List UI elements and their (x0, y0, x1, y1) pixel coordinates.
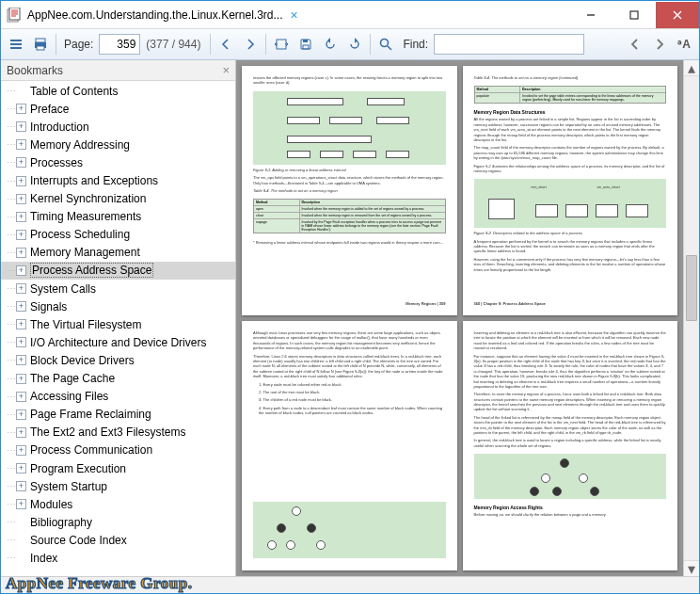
sidebar-item-label: The Ext2 and Ext3 Filesystems (30, 425, 185, 439)
expand-icon[interactable]: + (16, 427, 26, 438)
page-thumbnail[interactable]: Table 9-4. The methods to act on a memor… (463, 66, 678, 315)
vertical-scrollbar[interactable]: ▴ ▾ (683, 60, 699, 576)
sidebar-item[interactable]: ⋯+Processes (1, 153, 235, 171)
scroll-up-button[interactable]: ▴ (684, 60, 699, 76)
sidebar-item[interactable]: ⋯+The Virtual Filesystem (1, 315, 235, 333)
expand-icon[interactable]: + (16, 212, 26, 222)
sidebar-item-label: Bibliography (30, 516, 92, 529)
expand-icon[interactable]: + (16, 139, 26, 150)
sidebar-item-label: Preface (30, 103, 69, 116)
sidebar-item-label: Source Code Index (30, 534, 127, 547)
expand-icon[interactable]: + (16, 355, 26, 365)
sidebar-item[interactable]: ⋯+Modules (1, 495, 235, 513)
expand-icon[interactable]: + (16, 319, 26, 329)
sidebar-item[interactable]: ⋯+Memory Management (1, 244, 235, 262)
sidebar-item-label: Timing Measurements (30, 210, 141, 223)
sidebar-item[interactable]: ⋯+Memory Addressing (1, 136, 235, 153)
expand-icon[interactable]: + (16, 176, 26, 186)
tab-close-button[interactable]: × (287, 8, 302, 23)
print-button[interactable] (29, 33, 52, 56)
sidebar-item[interactable]: ⋯+Introduction (1, 118, 235, 136)
page-thumbnail[interactable]: Although most Linux processes use very f… (242, 321, 457, 570)
sidebar-item[interactable]: ⋯+Program Execution (1, 459, 235, 477)
sidebar-item-label: I/O Architecture and Device Drivers (30, 336, 206, 349)
expand-icon (16, 517, 26, 527)
sidebar-item-label: Interrupts and Exceptions (30, 174, 158, 187)
find-button[interactable] (374, 33, 397, 56)
fit-width-button[interactable] (270, 33, 293, 56)
expand-icon[interactable]: + (16, 337, 26, 347)
maximize-button[interactable] (612, 2, 656, 28)
sidebar-item[interactable]: ⋯+Process Address Space (1, 262, 235, 280)
expand-icon[interactable]: + (16, 194, 26, 204)
expand-icon[interactable]: + (16, 248, 26, 258)
scroll-down-button[interactable]: ▾ (684, 560, 699, 576)
next-page-button[interactable] (239, 33, 262, 56)
rotate-right-button[interactable] (343, 33, 366, 56)
toolbar: Page: (377 / 944) Find: ᵃA (1, 29, 699, 60)
prev-page-button[interactable] (215, 33, 237, 56)
sidebar-item[interactable]: ⋯+Block Device Drivers (1, 351, 235, 369)
minimize-button[interactable] (569, 2, 612, 28)
svg-rect-2 (630, 11, 638, 19)
close-button[interactable] (656, 2, 699, 28)
menu-button[interactable] (5, 33, 27, 56)
statusbar (1, 576, 699, 593)
sidebar-item[interactable]: ⋯+Preface (1, 100, 235, 118)
sidebar-item[interactable]: ⋯+I/O Architecture and Device Drivers (1, 333, 235, 351)
sidebar-item[interactable]: ⋯+Kernel Synchronization (1, 190, 235, 208)
expand-icon[interactable]: + (16, 121, 26, 132)
expand-icon[interactable]: + (16, 481, 26, 491)
sidebar-item[interactable]: ⋯Index (1, 549, 235, 567)
sidebar-item[interactable]: ⋯+The Ext2 and Ext3 Filesystems (1, 424, 235, 441)
scroll-track[interactable] (684, 76, 699, 560)
window-title: AppNee.com.Understanding.the.Linux.Kerne… (27, 8, 283, 22)
expand-icon[interactable]: + (16, 283, 26, 294)
sidebar-item[interactable]: ⋯Table of Contents (1, 82, 235, 100)
sidebar-item[interactable]: ⋯Source Code Index (1, 531, 235, 549)
expand-icon[interactable]: + (16, 392, 26, 402)
expand-icon[interactable]: + (16, 463, 26, 474)
sidebar-item-label: Index (30, 552, 57, 565)
titlebar: AppNee.com.Understanding.the.Linux.Kerne… (1, 1, 699, 29)
rotate-left-button[interactable] (319, 33, 342, 56)
sidebar-item-label: Process Address Space (30, 263, 153, 278)
page-viewer[interactable]: resizes the affected memory regions (cas… (236, 60, 683, 576)
page-thumbnail[interactable]: Inserting and deleting an element in a r… (463, 321, 678, 570)
page-count: (377 / 944) (142, 38, 206, 51)
expand-icon[interactable]: + (16, 445, 26, 456)
bookmarks-tree[interactable]: ⋯Table of Contents⋯+Preface⋯+Introductio… (1, 81, 235, 576)
sidebar-item[interactable]: ⋯+Page Frame Reclaiming (1, 406, 235, 424)
sidebar-item[interactable]: ⋯+Process Communication (1, 441, 235, 459)
find-prev-button[interactable] (624, 33, 646, 56)
expand-icon[interactable]: + (16, 301, 26, 312)
sidebar-item-label: Process Communication (30, 443, 152, 457)
sidebar-item[interactable]: ⋯+Signals (1, 297, 235, 315)
expand-icon[interactable]: + (16, 499, 26, 509)
sidebar-item[interactable]: ⋯+Accessing Files (1, 388, 235, 406)
sidebar-item[interactable]: ⋯+The Page Cache (1, 370, 235, 388)
expand-icon[interactable]: + (16, 409, 26, 420)
sidebar-item-label: Program Execution (30, 462, 126, 475)
page-thumbnail[interactable]: resizes the affected memory regions (cas… (242, 66, 457, 315)
find-input[interactable] (434, 34, 584, 55)
expand-icon[interactable]: + (16, 230, 26, 240)
match-case-button[interactable]: ᵃA (673, 33, 695, 56)
sidebar-item[interactable]: ⋯+System Startup (1, 477, 235, 495)
expand-icon[interactable]: + (16, 157, 26, 168)
sidebar-item[interactable]: ⋯+System Calls (1, 280, 235, 297)
svg-rect-3 (36, 39, 45, 42)
expand-icon[interactable]: + (16, 265, 26, 276)
save-button[interactable] (294, 33, 317, 56)
sidebar-item[interactable]: ⋯Bibliography (1, 513, 235, 531)
sidebar-close-button[interactable]: × (222, 63, 230, 77)
svg-rect-7 (303, 40, 308, 42)
sidebar-item[interactable]: ⋯+Interrupts and Exceptions (1, 171, 235, 189)
expand-icon[interactable]: + (16, 374, 26, 384)
page-input[interactable] (99, 34, 140, 55)
expand-icon[interactable]: + (16, 104, 26, 114)
sidebar-item[interactable]: ⋯+Timing Measurements (1, 208, 235, 226)
scroll-thumb[interactable] (686, 255, 697, 321)
sidebar-item[interactable]: ⋯+Process Scheduling (1, 226, 235, 244)
find-next-button[interactable] (648, 33, 671, 56)
